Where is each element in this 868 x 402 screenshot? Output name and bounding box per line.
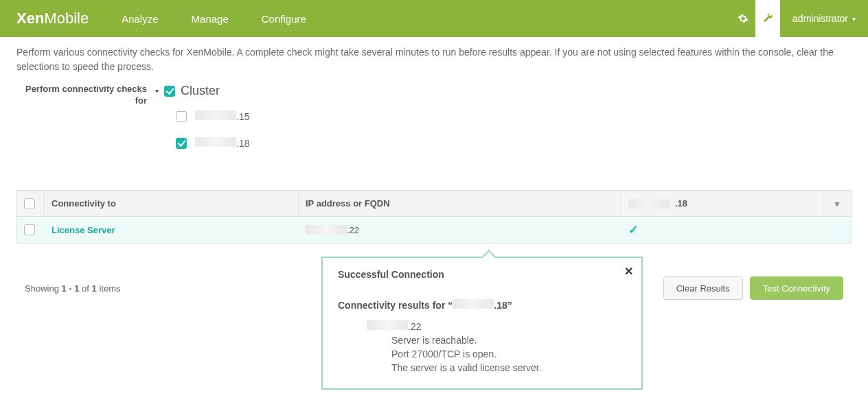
popover-subtitle: Connectivity results for “.18” bbox=[338, 299, 626, 311]
topbar-right: administrator ▾ bbox=[731, 0, 868, 37]
checks-label: Perform connectivity checks for bbox=[16, 84, 147, 107]
caret-down-icon: ▾ bbox=[155, 87, 159, 95]
header-connectivity-to[interactable]: Connectivity to bbox=[45, 191, 299, 216]
node-1-label: .15 bbox=[195, 110, 249, 122]
test-connectivity-button[interactable]: Test Connectivity bbox=[750, 276, 843, 300]
popover-body: .22 Server is reachable. Port 27000/TCP … bbox=[338, 320, 626, 373]
result-popover: ✕ Successful Connection Connectivity res… bbox=[321, 257, 643, 390]
checks-section: Perform connectivity checks for ▾ Cluste… bbox=[16, 84, 852, 149]
redacted bbox=[367, 320, 408, 330]
results-table: Connectivity to IP address or FQDN .18 ▾… bbox=[16, 190, 852, 244]
node-list: .15 .18 bbox=[176, 110, 249, 149]
page-description: Perform various connectivity checks for … bbox=[16, 45, 852, 74]
node-2-checkbox[interactable] bbox=[176, 138, 187, 149]
node-2-label: .18 bbox=[195, 137, 249, 149]
popover-line-1: Server is reachable. bbox=[391, 335, 626, 346]
header-select-all[interactable] bbox=[17, 191, 45, 216]
redacted bbox=[453, 299, 494, 309]
row-name[interactable]: License Server bbox=[45, 217, 299, 243]
redacted bbox=[628, 199, 670, 209]
node-row-1[interactable]: .15 bbox=[176, 110, 249, 122]
close-icon[interactable]: ✕ bbox=[624, 265, 633, 278]
row-ip: .22 bbox=[299, 217, 621, 243]
row-status[interactable]: ✓ bbox=[621, 217, 823, 243]
cluster-checkbox[interactable] bbox=[164, 86, 175, 97]
row-trailing bbox=[823, 217, 851, 243]
user-name: administrator bbox=[792, 13, 848, 24]
header-dropdown-arrow[interactable]: ▾ bbox=[823, 191, 851, 216]
gear-icon[interactable] bbox=[731, 0, 755, 37]
nav-analyze[interactable]: Analyze bbox=[122, 13, 158, 25]
cluster-label: Cluster bbox=[181, 84, 220, 98]
cluster-row[interactable]: ▾ Cluster bbox=[155, 84, 249, 98]
user-menu[interactable]: administrator ▾ bbox=[780, 13, 868, 24]
pagination-status: Showing 1 - 1 of 1 items bbox=[25, 283, 120, 294]
wrench-icon[interactable] bbox=[755, 0, 780, 37]
brand-part1: Xen bbox=[16, 10, 44, 27]
row-checkbox[interactable] bbox=[24, 224, 35, 235]
header-node-dropdown[interactable]: .18 bbox=[621, 191, 823, 216]
popover-ip: .22 bbox=[367, 320, 626, 332]
nav-manage[interactable]: Manage bbox=[192, 13, 229, 25]
select-all-checkbox[interactable] bbox=[24, 198, 35, 209]
redacted bbox=[195, 110, 236, 120]
brand-part2: Mobile bbox=[44, 10, 89, 27]
node-1-checkbox[interactable] bbox=[176, 111, 187, 122]
footer-buttons: Clear Results Test Connectivity bbox=[663, 276, 843, 300]
row-select[interactable] bbox=[17, 217, 45, 243]
cluster-tree: ▾ Cluster .15 .18 bbox=[155, 84, 249, 149]
popover-line-2: Port 27000/TCP is open. bbox=[391, 348, 626, 359]
table-header: Connectivity to IP address or FQDN .18 ▾ bbox=[17, 191, 851, 217]
header-ip-fqdn[interactable]: IP address or FQDN bbox=[299, 191, 621, 216]
redacted bbox=[306, 225, 347, 235]
popover-line-3: The server is a valid license server. bbox=[391, 362, 626, 373]
table-row[interactable]: License Server .22 ✓ bbox=[17, 217, 851, 243]
popover-title: Successful Connection bbox=[338, 269, 626, 280]
clear-results-button[interactable]: Clear Results bbox=[663, 276, 743, 300]
redacted bbox=[195, 137, 236, 147]
nav-configure[interactable]: Configure bbox=[262, 13, 306, 25]
chevron-down-icon: ▾ bbox=[835, 199, 839, 209]
node-row-2[interactable]: .18 bbox=[176, 137, 249, 149]
top-bar: XenMobile Analyze Manage Configure admin… bbox=[0, 0, 868, 37]
brand-logo: XenMobile bbox=[0, 10, 105, 27]
check-icon: ✓ bbox=[628, 222, 639, 237]
chevron-down-icon: ▾ bbox=[852, 15, 856, 23]
main-nav: Analyze Manage Configure bbox=[122, 13, 306, 25]
